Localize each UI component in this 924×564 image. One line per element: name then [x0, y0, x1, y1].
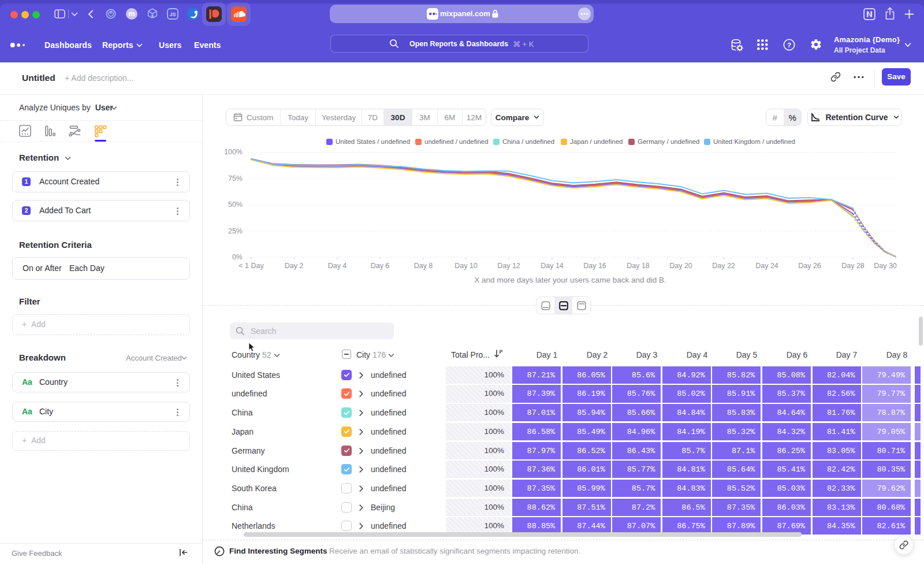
svg-text:?: ?	[787, 42, 791, 49]
svg-text:JS: JS	[169, 12, 176, 17]
